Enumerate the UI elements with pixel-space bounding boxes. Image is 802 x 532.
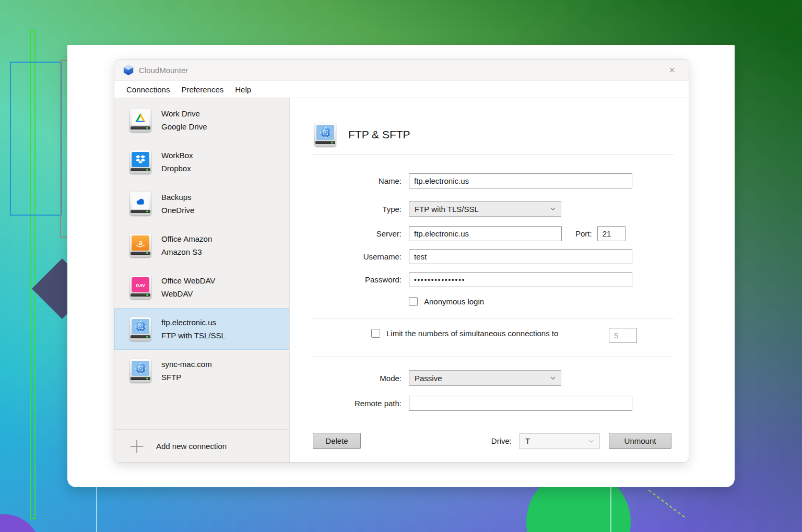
mode-select-value: Passive (415, 374, 442, 383)
drive-led (146, 127, 148, 129)
connection-title: Office Amazon (161, 232, 212, 245)
connection-item[interactable]: Work Drive Google Drive (114, 99, 289, 141)
add-new-connection-label: Add new connection (156, 442, 227, 451)
add-new-connection-button[interactable]: Add new connection (114, 429, 289, 463)
connection-item[interactable]: Backups OneDrive (114, 183, 289, 224)
mode-label: Mode: (290, 374, 409, 383)
cloudmounter-window: CloudMounter × Connections Preferences H… (114, 59, 689, 463)
name-label: Name: (290, 176, 409, 185)
close-button[interactable]: × (666, 64, 678, 76)
drive-led (146, 169, 148, 171)
screenshot-canvas: CloudMounter × Connections Preferences H… (67, 45, 735, 487)
title-bar[interactable]: CloudMounter × (114, 60, 689, 81)
connection-item[interactable]: ftp.electronic.us FTP with TSL/SSL (114, 308, 289, 350)
ftp-globe-icon (132, 361, 149, 376)
type-select[interactable]: FTP with TLS/SSL (409, 201, 561, 217)
ftp-drive-icon (313, 123, 338, 147)
anonymous-login-checkbox[interactable] (409, 297, 418, 306)
connection-item[interactable]: a Office Amazon Amazon S3 (114, 224, 289, 266)
decor-blue-rect-outline (10, 62, 62, 216)
onedrive-drive-icon (128, 192, 153, 216)
drive-led (146, 336, 148, 338)
mode-select[interactable]: Passive (409, 370, 561, 386)
connection-title: Office WebDAV (161, 274, 215, 287)
connection-subtitle: WebDAV (161, 287, 215, 300)
google-drive-drive-icon (128, 108, 153, 132)
cloudmounter-logo-icon (123, 64, 134, 76)
menu-preferences[interactable]: Preferences (175, 85, 229, 94)
connection-subtitle: Amazon S3 (161, 245, 212, 258)
ftp-globe-drive-icon (128, 359, 153, 383)
onedrive-icon (132, 194, 149, 209)
remote-path-input[interactable] (409, 396, 632, 411)
window-content: Work Drive Google Drive WorkBox Dropbox … (114, 98, 689, 463)
username-input[interactable] (409, 249, 632, 264)
connection-title: ftp.electronic.us (161, 316, 226, 329)
unmount-button[interactable]: Unmount (609, 433, 671, 449)
drive-led (146, 377, 148, 380)
panel-header: FTP & SFTP (313, 123, 410, 147)
server-label: Server: (290, 229, 409, 238)
connection-title: WorkBox (161, 149, 193, 162)
svg-text:DAV: DAV (136, 282, 146, 288)
server-input[interactable] (409, 226, 562, 241)
port-label: Port: (575, 229, 592, 238)
webdav-icon: DAV (132, 277, 149, 292)
dropbox-icon (132, 152, 149, 167)
drive-label: Drive: (491, 436, 512, 445)
delete-button[interactable]: Delete (313, 433, 361, 449)
connection-subtitle: Dropbox (161, 162, 193, 175)
connection-title: sync-mac.com (161, 358, 212, 371)
webdav-drive-icon: DAV (128, 275, 153, 299)
drive-led (331, 141, 333, 144)
connection-title: Work Drive (161, 107, 207, 120)
connection-subtitle: OneDrive (161, 204, 194, 217)
limit-connections-checkbox[interactable] (371, 329, 380, 338)
divider (312, 357, 674, 357)
menu-help[interactable]: Help (229, 85, 257, 94)
connection-item[interactable]: DAV Office WebDAV WebDAV (114, 266, 289, 308)
amazon-s3-drive-icon: a (128, 233, 153, 257)
dropbox-drive-icon (128, 150, 153, 174)
divider (312, 318, 674, 318)
plus-icon (129, 439, 145, 454)
menu-connections[interactable]: Connections (121, 85, 175, 94)
type-select-value: FTP with TLS/SSL (415, 205, 479, 214)
password-label: Password: (290, 275, 409, 284)
port-input[interactable] (597, 226, 626, 241)
drive-led (146, 294, 148, 296)
anonymous-login-label: Anonymous login (424, 297, 484, 306)
drive-led (146, 210, 148, 212)
app-title: CloudMounter (139, 66, 188, 75)
divider (312, 154, 674, 155)
limit-connections-input[interactable] (609, 328, 637, 343)
connection-subtitle: FTP with TSL/SSL (161, 329, 226, 342)
limit-connections-label: Limit the numbers of simultaneous connec… (386, 329, 558, 338)
connection-title: Backups (161, 191, 194, 204)
connection-detail-panel: FTP & SFTP Name: Type: FTP with TLS/SSL (290, 98, 689, 463)
password-input[interactable] (409, 272, 632, 287)
name-input[interactable] (409, 173, 632, 188)
drive-letter-select[interactable]: T (519, 433, 600, 449)
globe-icon (316, 125, 334, 140)
connections-sidebar: Work Drive Google Drive WorkBox Dropbox … (114, 98, 290, 463)
drive-letter-value: T (525, 436, 530, 445)
decor-light-vline-right (610, 487, 611, 532)
remote-path-label: Remote path: (290, 399, 409, 408)
connections-list: Work Drive Google Drive WorkBox Dropbox … (114, 98, 289, 392)
google-drive-icon (132, 110, 149, 125)
ftp-globe-drive-icon (128, 317, 153, 341)
connection-item[interactable]: WorkBox Dropbox (114, 141, 289, 183)
connection-subtitle: SFTP (161, 371, 212, 384)
amazon-s3-icon: a (132, 235, 149, 251)
username-label: Username: (290, 252, 409, 261)
connection-item[interactable]: sync-mac.com SFTP (114, 350, 289, 392)
svg-text:a: a (138, 239, 143, 246)
chevron-down-icon (588, 440, 594, 443)
type-label: Type: (290, 205, 409, 214)
menu-bar: Connections Preferences Help (114, 81, 689, 98)
panel-title: FTP & SFTP (348, 128, 410, 141)
connection-subtitle: Google Drive (161, 120, 207, 133)
decor-light-vline-left (96, 487, 97, 532)
drive-led (146, 252, 148, 254)
